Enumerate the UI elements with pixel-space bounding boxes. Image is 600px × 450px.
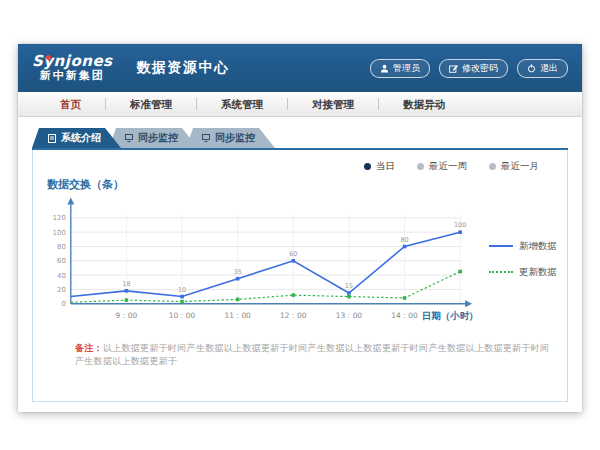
- logo-text-en: Synjones: [32, 54, 113, 70]
- power-icon: [527, 64, 536, 73]
- radio-icon: [489, 163, 496, 170]
- nav-item-standards[interactable]: 标准管理: [106, 92, 196, 116]
- app-window: Synjones 新中新集团 数据资源中心 管理员 修改密码 退出: [18, 44, 582, 412]
- radio-icon: [417, 163, 424, 170]
- tab-system-intro[interactable]: 系统介绍: [32, 128, 121, 148]
- svg-text:80: 80: [57, 243, 66, 251]
- svg-text:60: 60: [289, 250, 297, 258]
- filter-today[interactable]: 当日: [364, 160, 395, 173]
- monitor-icon: [125, 134, 133, 142]
- svg-text:10: 10: [178, 286, 186, 294]
- svg-text:9：00: 9：00: [116, 311, 138, 320]
- legend-item-new-data: 新增数据: [489, 240, 557, 253]
- tab-sync-monitor-1[interactable]: 同步监控: [109, 128, 198, 148]
- content-area: 系统介绍 同步监控 同步监控 当日: [18, 117, 582, 402]
- nav-item-integration[interactable]: 对接管理: [288, 92, 378, 116]
- svg-text:13：00: 13：00: [336, 311, 363, 320]
- svg-text:20: 20: [57, 286, 66, 294]
- footnote-prefix: 备注：: [75, 343, 103, 353]
- nav-item-home[interactable]: 首页: [36, 92, 105, 116]
- logout-button[interactable]: 退出: [517, 59, 568, 78]
- edit-pencil-icon: [449, 64, 458, 73]
- footnote: 备注：以上数据更新于时间产生数据以上数据更新于时间产生数据以上数据更新于时间产生…: [75, 342, 557, 368]
- footnote-text: 以上数据更新于时间产生数据以上数据更新于时间产生数据以上数据更新于时间产生数据以…: [75, 343, 549, 366]
- y-axis-title: 数据交换（条）: [47, 177, 557, 192]
- svg-text:60: 60: [57, 257, 66, 265]
- chart-legend: 新增数据 更新数据: [489, 240, 557, 279]
- svg-text:11：00: 11：00: [224, 311, 251, 320]
- filter-last-month[interactable]: 最近一月: [489, 160, 539, 173]
- svg-text:35: 35: [234, 268, 242, 276]
- user-icon: [380, 64, 389, 73]
- company-logo: Synjones 新中新集团: [32, 54, 125, 81]
- svg-text:10：00: 10：00: [169, 311, 196, 320]
- change-password-button[interactable]: 修改密码: [439, 59, 508, 78]
- admin-user-button[interactable]: 管理员: [370, 59, 430, 78]
- filter-last-week[interactable]: 最近一周: [417, 160, 467, 173]
- chart-panel: 当日 最近一周 最近一月 数据交换（条） 0204060801001209：00…: [32, 150, 568, 402]
- page-title: 数据资源中心: [137, 59, 230, 77]
- nav-item-system[interactable]: 系统管理: [197, 92, 287, 116]
- line-chart: 0204060801001209：0010：0011：0012：0013：001…: [43, 192, 485, 332]
- svg-text:100: 100: [454, 221, 466, 229]
- tab-sync-monitor-2[interactable]: 同步监控: [186, 128, 275, 148]
- legend-item-updated-data: 更新数据: [489, 266, 557, 279]
- dotted-line-swatch-icon: [489, 271, 513, 273]
- svg-text:日期（小时）: 日期（小时）: [422, 310, 479, 322]
- svg-text:40: 40: [57, 272, 66, 280]
- header-actions: 管理员 修改密码 退出: [370, 59, 568, 78]
- svg-text:15: 15: [345, 282, 353, 290]
- time-range-filters: 当日 最近一周 最近一月: [43, 156, 557, 173]
- svg-text:12：00: 12：00: [280, 311, 307, 320]
- nav-item-data-change[interactable]: 数据异动: [379, 92, 469, 116]
- header-bar: Synjones 新中新集团 数据资源中心 管理员 修改密码 退出: [18, 44, 582, 92]
- svg-text:80: 80: [400, 236, 408, 244]
- chart-row: 0204060801001209：0010：0011：0012：0013：001…: [43, 192, 557, 332]
- tab-bar: 系统介绍 同步监控 同步监控: [32, 128, 568, 150]
- main-nav: 首页 标准管理 系统管理 对接管理 数据异动: [18, 92, 582, 117]
- svg-text:100: 100: [53, 229, 66, 237]
- radio-icon: [364, 163, 371, 170]
- solid-line-swatch-icon: [489, 245, 513, 247]
- svg-text:120: 120: [53, 214, 66, 222]
- svg-text:0: 0: [61, 300, 65, 308]
- monitor-icon: [202, 134, 210, 142]
- svg-text:14：00: 14：00: [391, 311, 418, 320]
- svg-text:18: 18: [122, 280, 130, 288]
- document-icon: [48, 134, 56, 143]
- logo-text-cn: 新中新集团: [40, 70, 105, 82]
